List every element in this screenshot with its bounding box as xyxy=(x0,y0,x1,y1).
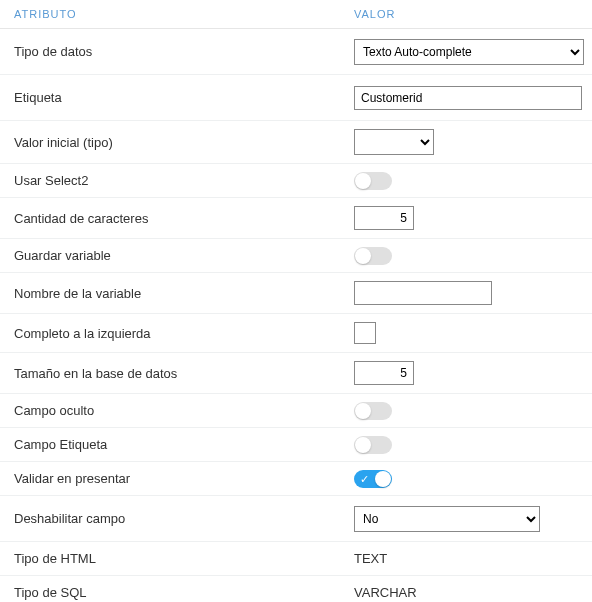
header-attribute: ATRIBUTO xyxy=(14,8,354,20)
label-valor-inicial: Valor inicial (tipo) xyxy=(14,135,354,150)
header-value: VALOR xyxy=(354,8,578,20)
row-sql-type: Tipo de SQL VARCHAR xyxy=(0,576,592,602)
row-cant-chars: Cantidad de caracteres xyxy=(0,198,592,239)
label-tamano-db: Tamaño en la base de datos xyxy=(14,366,354,381)
valor-inicial-select[interactable] xyxy=(354,129,434,155)
row-html-type: Tipo de HTML TEXT xyxy=(0,542,592,576)
campo-oculto-toggle[interactable] xyxy=(354,402,392,420)
completo-izq-input[interactable] xyxy=(354,322,376,344)
guardar-var-toggle[interactable] xyxy=(354,247,392,265)
row-valor-inicial: Valor inicial (tipo) xyxy=(0,121,592,164)
label-deshabilitar: Deshabilitar campo xyxy=(14,511,354,526)
row-completo-izq: Completo a la izquierda xyxy=(0,314,592,353)
sql-type-value: VARCHAR xyxy=(354,585,417,600)
row-validar: Validar en presentar ✓ xyxy=(0,462,592,496)
label-campo-etiqueta: Campo Etiqueta xyxy=(14,437,354,452)
label-sql-type: Tipo de SQL xyxy=(14,585,354,600)
row-campo-oculto: Campo oculto xyxy=(0,394,592,428)
row-deshabilitar: Deshabilitar campo No xyxy=(0,496,592,542)
cant-chars-input[interactable] xyxy=(354,206,414,230)
validar-toggle[interactable]: ✓ xyxy=(354,470,392,488)
label-nombre-var: Nombre de la variable xyxy=(14,286,354,301)
select2-toggle[interactable] xyxy=(354,172,392,190)
row-campo-etiqueta: Campo Etiqueta xyxy=(0,428,592,462)
label-select2: Usar Select2 xyxy=(14,173,354,188)
label-completo-izq: Completo a la izquierda xyxy=(14,326,354,341)
tamano-db-input[interactable] xyxy=(354,361,414,385)
data-type-select[interactable]: Texto Auto-complete xyxy=(354,39,584,65)
row-etiqueta: Etiqueta xyxy=(0,75,592,121)
campo-etiqueta-toggle[interactable] xyxy=(354,436,392,454)
row-guardar-var: Guardar variable xyxy=(0,239,592,273)
label-html-type: Tipo de HTML xyxy=(14,551,354,566)
row-nombre-var: Nombre de la variable xyxy=(0,273,592,314)
table-header: ATRIBUTO VALOR xyxy=(0,0,592,29)
label-data-type: Tipo de datos xyxy=(14,44,354,59)
row-tamano-db: Tamaño en la base de datos xyxy=(0,353,592,394)
deshabilitar-select[interactable]: No xyxy=(354,506,540,532)
label-guardar-var: Guardar variable xyxy=(14,248,354,263)
label-validar: Validar en presentar xyxy=(14,471,354,486)
etiqueta-input[interactable] xyxy=(354,86,582,110)
row-select2: Usar Select2 xyxy=(0,164,592,198)
label-cant-chars: Cantidad de caracteres xyxy=(14,211,354,226)
attributes-table: ATRIBUTO VALOR Tipo de datos Texto Auto-… xyxy=(0,0,592,602)
nombre-var-input[interactable] xyxy=(354,281,492,305)
row-data-type: Tipo de datos Texto Auto-complete xyxy=(0,29,592,75)
check-icon: ✓ xyxy=(360,472,369,486)
label-etiqueta: Etiqueta xyxy=(14,90,354,105)
label-campo-oculto: Campo oculto xyxy=(14,403,354,418)
html-type-value: TEXT xyxy=(354,551,387,566)
